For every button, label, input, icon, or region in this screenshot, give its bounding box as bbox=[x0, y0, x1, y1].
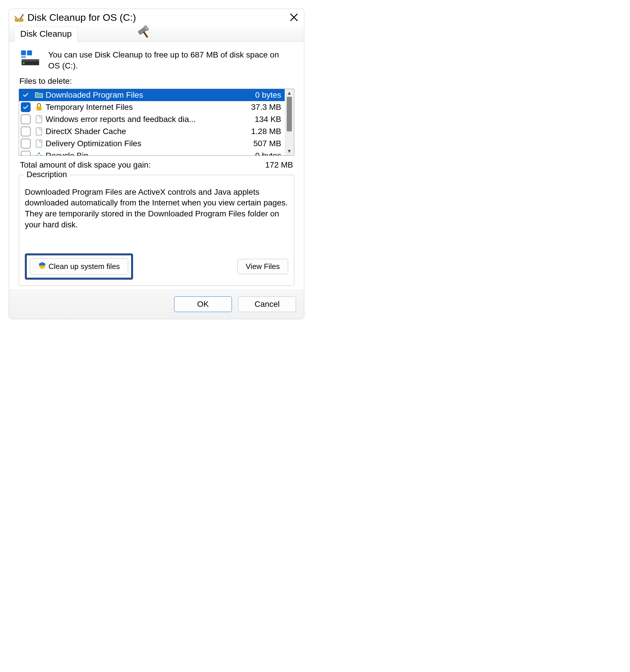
file-type-icon bbox=[34, 126, 44, 136]
files-list: Downloaded Program Files0 bytesTemporary… bbox=[19, 89, 294, 156]
file-size: 0 bytes bbox=[255, 91, 282, 100]
file-checkbox[interactable] bbox=[21, 151, 31, 155]
file-size: 507 MB bbox=[253, 139, 283, 148]
svg-rect-13 bbox=[36, 116, 42, 123]
window-title: Disk Cleanup for OS (C:) bbox=[27, 12, 136, 23]
ok-button[interactable]: OK bbox=[174, 296, 232, 312]
cleanup-system-files-label: Clean up system files bbox=[49, 262, 120, 271]
svg-rect-10 bbox=[22, 59, 39, 62]
tab-content: You can use Disk Cleanup to free up to 6… bbox=[9, 42, 304, 290]
summary-text: You can use Disk Cleanup to free up to 6… bbox=[48, 49, 293, 71]
total-label: Total amount of disk space you gain: bbox=[20, 160, 151, 170]
description-legend: Description bbox=[24, 170, 69, 179]
tab-strip: Disk Cleanup bbox=[9, 26, 304, 42]
file-type-icon bbox=[34, 90, 44, 100]
file-name: Temporary Internet Files bbox=[46, 102, 251, 112]
drive-icon bbox=[20, 49, 42, 70]
scroll-thumb[interactable] bbox=[287, 97, 292, 131]
cancel-button[interactable]: Cancel bbox=[238, 296, 296, 312]
cleanup-highlight: Clean up system files bbox=[25, 254, 133, 280]
svg-rect-3 bbox=[15, 19, 23, 21]
disk-cleanup-window: Disk Cleanup for OS (C:) Disk Cleanup Yo… bbox=[9, 9, 304, 319]
file-size: 37.3 MB bbox=[251, 102, 282, 112]
file-checkbox[interactable] bbox=[21, 114, 31, 124]
close-button[interactable] bbox=[289, 13, 299, 24]
svg-rect-6 bbox=[21, 51, 26, 55]
file-size: 134 KB bbox=[255, 115, 282, 124]
view-files-label: View Files bbox=[246, 262, 280, 271]
file-type-icon bbox=[34, 114, 44, 124]
svg-rect-12 bbox=[37, 106, 42, 110]
tab-disk-cleanup[interactable]: Disk Cleanup bbox=[14, 26, 78, 42]
file-type-icon bbox=[34, 151, 44, 155]
description-text: Downloaded Program Files are ActiveX con… bbox=[25, 187, 288, 230]
file-checkbox[interactable] bbox=[21, 102, 31, 112]
svg-rect-14 bbox=[36, 128, 42, 135]
cancel-label: Cancel bbox=[254, 299, 279, 309]
description-group: Description Downloaded Program Files are… bbox=[19, 175, 294, 286]
scrollbar[interactable]: ▲ ▼ bbox=[285, 89, 294, 155]
titlebar: Disk Cleanup for OS (C:) bbox=[9, 9, 304, 24]
view-files-button[interactable]: View Files bbox=[237, 259, 288, 274]
svg-rect-5 bbox=[20, 14, 24, 19]
file-row[interactable]: Temporary Internet Files37.3 MB bbox=[19, 101, 285, 113]
file-name: Delivery Optimization Files bbox=[46, 139, 253, 148]
dialog-footer: OK Cancel bbox=[9, 290, 304, 319]
file-type-icon bbox=[34, 102, 44, 112]
svg-rect-8 bbox=[21, 56, 26, 57]
file-size: 1.28 MB bbox=[251, 127, 282, 136]
scroll-down-arrow[interactable]: ▼ bbox=[287, 148, 292, 154]
svg-point-11 bbox=[23, 62, 25, 64]
file-row[interactable]: DirectX Shader Cache1.28 MB bbox=[19, 125, 285, 138]
file-row[interactable]: Downloaded Program Files0 bytes bbox=[19, 89, 285, 101]
svg-marker-4 bbox=[14, 15, 17, 19]
file-row[interactable]: Recycle Bin0 bytes bbox=[19, 150, 285, 155]
file-name: DirectX Shader Cache bbox=[46, 127, 251, 136]
file-checkbox[interactable] bbox=[21, 139, 31, 148]
file-type-icon bbox=[34, 139, 44, 148]
file-row[interactable]: Delivery Optimization Files507 MB bbox=[19, 138, 285, 150]
scroll-up-arrow[interactable]: ▲ bbox=[287, 90, 292, 96]
svg-rect-7 bbox=[27, 51, 32, 55]
ok-label: OK bbox=[197, 299, 209, 309]
broom-icon bbox=[14, 12, 25, 23]
cleanup-system-files-button[interactable]: Clean up system files bbox=[30, 258, 128, 275]
file-size: 0 bytes bbox=[255, 151, 282, 155]
file-checkbox[interactable] bbox=[21, 90, 31, 100]
file-name: Recycle Bin bbox=[46, 151, 255, 155]
total-value: 172 MB bbox=[265, 160, 293, 170]
file-name: Downloaded Program Files bbox=[46, 91, 255, 100]
file-row[interactable]: Windows error reports and feedback dia..… bbox=[19, 113, 285, 125]
file-checkbox[interactable] bbox=[21, 126, 31, 136]
svg-rect-15 bbox=[36, 140, 42, 147]
files-to-delete-label: Files to delete: bbox=[19, 76, 296, 86]
shield-icon bbox=[38, 261, 46, 271]
file-name: Windows error reports and feedback dia..… bbox=[46, 115, 255, 124]
